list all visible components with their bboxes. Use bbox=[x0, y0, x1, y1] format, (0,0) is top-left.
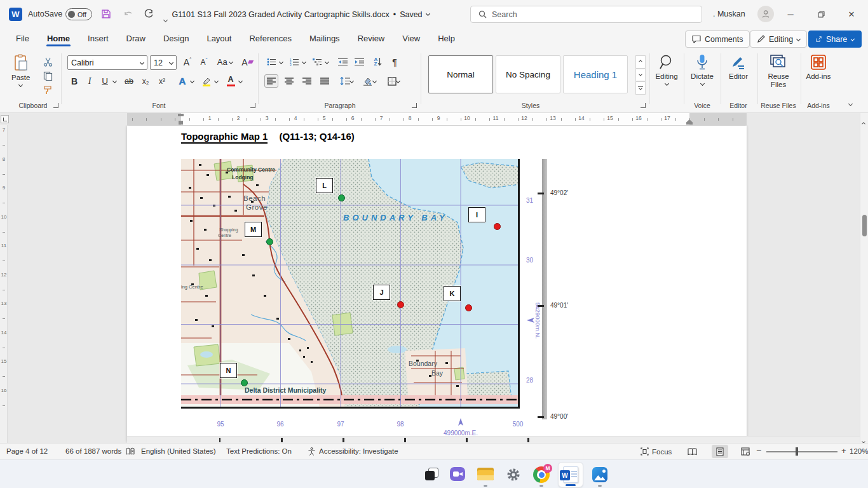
comments-button[interactable]: Comments bbox=[685, 30, 750, 48]
align-right-button[interactable] bbox=[300, 74, 314, 88]
style-no-spacing[interactable]: No Spacing bbox=[496, 55, 560, 93]
styles-scroll-up[interactable] bbox=[635, 55, 646, 69]
font-name-select[interactable]: Calibri bbox=[67, 55, 147, 70]
increase-indent-button[interactable] bbox=[352, 55, 366, 69]
reuse-files-button[interactable]: Reuse Files bbox=[761, 54, 796, 89]
text-effects-menu[interactable] bbox=[188, 74, 196, 88]
align-center-button[interactable] bbox=[282, 74, 296, 88]
redo-button[interactable] bbox=[141, 7, 156, 21]
numbering-button[interactable]: 123 bbox=[287, 55, 301, 69]
multilevel-list-button[interactable] bbox=[310, 55, 324, 69]
zoom-slider-thumb[interactable] bbox=[796, 447, 798, 456]
borders-button[interactable] bbox=[384, 74, 403, 88]
styles-more-button[interactable] bbox=[635, 81, 646, 95]
photos-button[interactable] bbox=[587, 462, 613, 487]
search-input[interactable]: Search bbox=[470, 6, 702, 23]
tab-view[interactable]: View bbox=[395, 30, 427, 48]
user-name[interactable]: . Muskan bbox=[713, 10, 745, 18]
format-painter-button[interactable] bbox=[41, 83, 55, 97]
italic-button[interactable]: I bbox=[83, 74, 97, 88]
paragraph-dialog-launcher[interactable] bbox=[412, 103, 417, 108]
decrease-indent-button[interactable] bbox=[336, 55, 349, 69]
vertical-scroll-thumb[interactable] bbox=[862, 215, 867, 236]
word-taskbar-button[interactable]: W bbox=[558, 462, 583, 487]
language-indicator[interactable]: English (United States) bbox=[141, 447, 216, 455]
style-normal[interactable]: Normal bbox=[428, 55, 493, 93]
zoom-in-button[interactable]: + bbox=[841, 446, 846, 456]
line-spacing-button[interactable] bbox=[337, 74, 356, 88]
copy-button[interactable] bbox=[41, 69, 55, 83]
tab-home[interactable]: Home bbox=[40, 30, 77, 48]
zoom-slider-track[interactable] bbox=[766, 451, 837, 452]
tab-file[interactable]: File bbox=[9, 30, 36, 48]
show-hide-button[interactable]: ¶ bbox=[388, 55, 402, 69]
horizontal-ruler[interactable]: 1234567891011121314151617 bbox=[0, 113, 868, 125]
save-button[interactable] bbox=[98, 7, 114, 21]
zoom-out-button[interactable]: − bbox=[756, 445, 761, 456]
align-left-button[interactable] bbox=[264, 74, 278, 88]
sort-button[interactable]: AZ bbox=[371, 55, 385, 69]
paste-button[interactable]: Paste bbox=[11, 54, 30, 86]
minimize-button[interactable]: ─ bbox=[776, 0, 804, 29]
tab-design[interactable]: Design bbox=[156, 30, 196, 48]
dictate-button[interactable]: Dictate bbox=[688, 54, 717, 85]
tab-layout[interactable]: Layout bbox=[200, 30, 238, 48]
topographic-map-figure[interactable]: Community Centre Lodging Beach Grove Sho… bbox=[181, 159, 520, 409]
highlight-menu[interactable] bbox=[212, 74, 220, 88]
underline-menu[interactable] bbox=[111, 74, 118, 88]
superscript-button[interactable]: x² bbox=[155, 74, 169, 88]
shrink-font-button[interactable]: Aˇ bbox=[197, 55, 211, 69]
accessibility-status[interactable]: Accessibility: Investigate bbox=[319, 447, 398, 455]
saved-status[interactable]: Saved bbox=[400, 10, 422, 19]
file-explorer-button[interactable] bbox=[473, 462, 498, 487]
styles-dialog-launcher[interactable] bbox=[641, 103, 646, 108]
editing-menu-button[interactable]: Editing bbox=[652, 54, 681, 85]
collapse-ribbon-button[interactable] bbox=[849, 97, 852, 108]
font-color-button[interactable]: A bbox=[224, 74, 238, 88]
change-case-button[interactable]: Aa bbox=[215, 55, 235, 69]
chrome-button[interactable]: M bbox=[529, 462, 554, 487]
page-indicator[interactable]: Page 4 of 12 bbox=[6, 447, 48, 455]
scroll-up-arrow[interactable] bbox=[862, 116, 865, 128]
styles-scroll-down[interactable] bbox=[635, 69, 646, 82]
first-line-indent-marker[interactable] bbox=[178, 114, 184, 116]
chat-button[interactable] bbox=[445, 462, 470, 487]
text-effects-button[interactable]: A bbox=[175, 74, 189, 88]
tab-draw[interactable]: Draw bbox=[119, 30, 153, 48]
document-page[interactable]: Topographic Map 1 (Q11-13; Q14-16) bbox=[127, 126, 747, 442]
tab-insert[interactable]: Insert bbox=[81, 30, 116, 48]
accessibility-icon[interactable] bbox=[308, 447, 316, 457]
highlight-button[interactable] bbox=[200, 74, 214, 88]
customize-toolbar-button[interactable] bbox=[164, 13, 167, 24]
saved-chevron-icon[interactable] bbox=[426, 11, 430, 15]
left-indent-marker[interactable] bbox=[179, 121, 183, 125]
focus-button[interactable]: Focus bbox=[641, 447, 672, 456]
close-button[interactable]: ✕ bbox=[837, 0, 865, 29]
vertical-scrollbar[interactable] bbox=[860, 113, 868, 443]
word-count[interactable]: 66 of 1887 words bbox=[65, 447, 121, 455]
bullets-menu[interactable] bbox=[277, 55, 285, 69]
numbering-menu[interactable] bbox=[300, 55, 308, 69]
bold-button[interactable]: B bbox=[67, 74, 81, 88]
task-view-button[interactable] bbox=[419, 462, 445, 487]
font-size-select[interactable]: 12 bbox=[150, 55, 177, 70]
vertical-ruler[interactable]: 78910111213141516 bbox=[0, 125, 8, 443]
underline-button[interactable]: U bbox=[98, 74, 112, 88]
multilevel-menu[interactable] bbox=[323, 55, 330, 69]
autosave-toggle[interactable]: Off bbox=[65, 8, 92, 20]
tab-references[interactable]: References bbox=[242, 30, 298, 48]
tab-review[interactable]: Review bbox=[351, 30, 392, 48]
tab-help[interactable]: Help bbox=[431, 30, 462, 48]
proofing-icon[interactable] bbox=[126, 447, 135, 457]
grow-font-button[interactable]: Aˆ bbox=[180, 55, 194, 69]
style-heading-1[interactable]: Heading 1 bbox=[563, 55, 628, 93]
clipboard-dialog-launcher[interactable] bbox=[53, 103, 58, 108]
share-button[interactable]: Share bbox=[808, 30, 862, 48]
restore-button[interactable] bbox=[807, 0, 835, 29]
settings-button[interactable] bbox=[501, 462, 526, 487]
read-mode-button[interactable] bbox=[684, 445, 700, 458]
avatar[interactable] bbox=[757, 6, 774, 22]
cut-button[interactable] bbox=[41, 55, 55, 69]
font-dialog-launcher[interactable] bbox=[250, 103, 255, 108]
justify-button[interactable] bbox=[318, 74, 332, 88]
